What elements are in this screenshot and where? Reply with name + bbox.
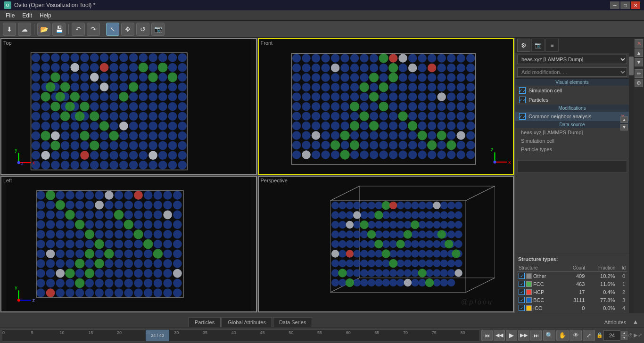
viewport-top[interactable]: Top: [0, 38, 257, 175]
simulation-cell-item[interactable]: ✓ Simulation cell: [515, 86, 629, 95]
cna-item[interactable]: ✓ Common neighbor analysis ✕: [515, 112, 629, 121]
reset-button[interactable]: ↺: [136, 23, 149, 36]
pipeline-dropdown[interactable]: heas.xyz [LAMMPS Dump]: [517, 55, 627, 64]
open-state-button[interactable]: 📂: [37, 23, 50, 36]
svg-point-609: [115, 269, 124, 278]
select-tool-button[interactable]: ↖: [106, 23, 119, 36]
struct-check-hcp[interactable]: ✓: [519, 289, 525, 295]
last-frame-button[interactable]: ⏭: [530, 330, 542, 341]
maximize-button[interactable]: □: [620, 1, 630, 9]
pan-tool-button[interactable]: ✋: [556, 330, 569, 341]
struct-swatch-hcp: [526, 289, 532, 295]
move-up-button[interactable]: ▲: [620, 116, 628, 123]
minimize-button[interactable]: ─: [610, 1, 619, 9]
import-local-button[interactable]: ⬇: [3, 23, 16, 36]
particles-checkbox[interactable]: ✓: [519, 97, 526, 103]
data-source-simcell[interactable]: Simulation cell: [515, 137, 629, 145]
move-down-button[interactable]: ▼: [620, 124, 628, 131]
delete-item-button[interactable]: ✕: [635, 39, 643, 48]
svg-point-434: [388, 150, 397, 159]
svg-point-218: [90, 73, 99, 82]
svg-point-600: [173, 259, 182, 268]
particles-item[interactable]: ✓ Particles: [515, 95, 629, 105]
svg-point-800: [353, 260, 361, 267]
menu-file[interactable]: File: [2, 11, 18, 20]
svg-point-206: [109, 131, 119, 141]
svg-point-829: [433, 269, 440, 277]
save-state-button[interactable]: 💾: [52, 23, 66, 36]
menu-edit[interactable]: Edit: [18, 11, 36, 20]
import-remote-button[interactable]: ☁: [18, 23, 31, 36]
svg-point-187: [129, 161, 138, 170]
first-frame-button[interactable]: ⏮: [481, 330, 493, 341]
right-panel-scrollbar[interactable]: [629, 38, 634, 313]
struct-check-other[interactable]: ✓: [519, 273, 525, 279]
panel-search-box[interactable]: [517, 160, 627, 172]
redo-button[interactable]: ↷: [87, 23, 100, 36]
simulation-cell-checkbox[interactable]: ✓: [519, 87, 526, 94]
viewport-perspective[interactable]: Perspective: [257, 175, 515, 313]
eye-tool-button[interactable]: 👁: [570, 330, 582, 341]
camera-tab[interactable]: 📷: [531, 39, 545, 52]
viewport-left[interactable]: Left: [0, 175, 257, 313]
svg-point-720: [425, 211, 433, 219]
next-frame-button[interactable]: ▶▶: [518, 330, 529, 341]
viewport-front[interactable]: Front: [257, 38, 515, 175]
right-panel-scrollbar-thumb[interactable]: [629, 57, 634, 75]
prev-frame-button[interactable]: ◀◀: [494, 330, 505, 341]
structure-table-row-hcp[interactable]: ✓HCP170.4%2: [517, 288, 627, 296]
svg-point-641: [134, 288, 143, 297]
svg-point-858: [374, 211, 383, 219]
arrow-up-button[interactable]: ▲: [635, 49, 643, 57]
struct-check-bcc[interactable]: ✓: [519, 297, 525, 303]
viewport-perspective-label: Perspective: [261, 178, 288, 183]
collapse-bottom-button[interactable]: ▲: [630, 317, 641, 327]
arrow-down-button[interactable]: ▼: [635, 58, 643, 66]
particles-label: Particles: [528, 97, 548, 103]
svg-point-292: [302, 83, 310, 91]
settings-button[interactable]: ⚙: [635, 79, 643, 87]
svg-point-76: [139, 92, 148, 101]
structure-table-row-bcc[interactable]: ✓BCC311177.8%3: [517, 296, 627, 304]
close-button[interactable]: ✕: [631, 1, 640, 9]
frame-spin-up[interactable]: ▲: [621, 331, 627, 335]
svg-point-545: [75, 230, 84, 239]
svg-point-744: [339, 230, 346, 238]
tab-particles[interactable]: Particles: [189, 317, 221, 327]
undo-button[interactable]: ↶: [72, 23, 85, 36]
frame-spin-down[interactable]: ▼: [621, 335, 627, 340]
expand-tool-button[interactable]: ⤢: [583, 330, 595, 341]
svg-point-119: [90, 122, 99, 131]
frame-ruler[interactable]: 0 5 10 15 20 25 30 35 40 45 50 55 60 65 …: [2, 329, 480, 342]
svg-point-322: [408, 92, 416, 101]
play-button[interactable]: ▶: [506, 330, 517, 341]
svg-point-353: [340, 112, 349, 120]
data-source-partypes[interactable]: Particle types: [515, 145, 629, 154]
layers-tab[interactable]: ≡: [545, 39, 559, 52]
tab-global-attributes[interactable]: Global Attributes: [222, 317, 272, 327]
svg-point-393: [360, 131, 368, 139]
zoom-tool-button[interactable]: 🔍: [543, 330, 555, 341]
svg-point-826: [411, 269, 419, 277]
struct-check-fcc[interactable]: ✓: [519, 281, 525, 287]
svg-point-329: [292, 102, 300, 111]
structure-table-row-other[interactable]: ✓Other40910.2%0: [517, 272, 627, 280]
screenshot-button[interactable]: 📷: [151, 23, 165, 36]
menu-help[interactable]: Help: [36, 11, 55, 20]
pipeline-tab[interactable]: ⚙: [517, 39, 530, 52]
struct-check-ico[interactable]: ✓: [519, 305, 525, 311]
svg-point-210: [50, 141, 60, 151]
data-source-heas[interactable]: heas.xyz [LAMMPS Dump]: [515, 128, 629, 137]
svg-point-747: [360, 230, 368, 238]
move-tool-button[interactable]: ✥: [121, 23, 134, 36]
edit-button[interactable]: ✏: [635, 69, 643, 78]
tab-data-series[interactable]: Data Series: [273, 317, 312, 327]
cna-checkbox[interactable]: ✓: [519, 113, 526, 120]
svg-point-252: [466, 54, 474, 62]
structure-table-row-ico[interactable]: ✓ICO00.0%4: [517, 304, 627, 312]
add-modification-dropdown[interactable]: Add modification. . .: [517, 67, 627, 77]
structure-table-row-fcc[interactable]: ✓FCC46311.6%1: [517, 280, 627, 288]
svg-point-384: [456, 122, 465, 130]
svg-point-236: [311, 54, 320, 62]
frame-number-input[interactable]: [603, 330, 620, 341]
